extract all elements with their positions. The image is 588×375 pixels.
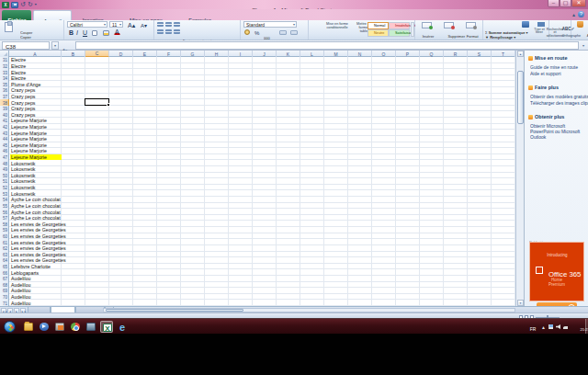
cell-A35[interactable]: Plume d'Ange (11, 82, 40, 87)
row-header-44[interactable]: 44 (0, 136, 9, 142)
cell-A59[interactable]: Les envies de Georgettes (11, 227, 65, 233)
tab-mise-en-page[interactable]: Mise en page (115, 10, 177, 20)
tab-insertion[interactable]: Insertion (72, 10, 114, 20)
vertical-scrollbar[interactable]: ▲ ▼ (515, 51, 524, 306)
cell-style-normal[interactable]: Normal (368, 22, 389, 29)
column-header-D[interactable]: D (109, 51, 133, 57)
align-right-icon[interactable] (174, 29, 180, 34)
row-header-45[interactable]: 45 (0, 142, 9, 149)
align-center-icon[interactable] (165, 29, 172, 34)
cell-A55[interactable]: Ayche Le coin chocolat (11, 203, 61, 209)
cell-A60[interactable]: Les envies de Georgettes (11, 233, 65, 239)
start-button[interactable] (4, 321, 16, 333)
font-color-icon[interactable]: A (114, 28, 120, 35)
column-header-A[interactable]: A (9, 51, 62, 57)
column-header-B[interactable]: B (62, 51, 85, 57)
taskbar-clock[interactable]: 21:27 21.01.2013 (569, 321, 584, 333)
volume-icon[interactable] (556, 324, 560, 329)
minimize-button[interactable]: – (548, 0, 560, 7)
cell-A41[interactable]: Lejeune Marjorie (11, 118, 47, 123)
align-left-icon[interactable] (157, 29, 164, 34)
column-header-E[interactable]: E (133, 51, 157, 57)
task-pane-link[interactable]: Télécharger des images clipart (530, 100, 584, 107)
cell-A71[interactable]: Audelilou (11, 301, 30, 306)
column-header-Q[interactable]: Q (420, 51, 444, 57)
grid-body[interactable]: 31Electre32Electre33Electre34Electre35Pl… (0, 57, 515, 306)
align-bottom-icon[interactable] (174, 22, 180, 27)
cell-A40[interactable]: Crazy peps (11, 112, 35, 118)
cell-A44[interactable]: Lejeune Marjorie (11, 136, 47, 142)
row-header-71[interactable]: 71 (0, 300, 9, 306)
utility-app-taskbar-button[interactable] (53, 321, 66, 333)
maximize-button[interactable]: ▢ (560, 0, 571, 7)
name-box-dropdown-icon[interactable]: ▾ (51, 41, 59, 50)
media-player-taskbar-button[interactable] (38, 321, 51, 333)
font-name-select[interactable]: Calibri▾ (67, 21, 107, 28)
row-header-43[interactable]: 43 (0, 130, 9, 136)
row-header-32[interactable]: 32 (0, 63, 9, 70)
undo-icon[interactable]: ↺ (20, 1, 26, 8)
cell-A39[interactable]: Crazy peps (11, 106, 35, 111)
cell-A66[interactable]: Leblogaparts (11, 270, 39, 276)
column-header-R[interactable]: R (444, 51, 468, 57)
row-header-39[interactable]: 39 (0, 106, 9, 112)
cell-A36[interactable]: Crazy peps (11, 87, 35, 93)
tab-formules[interactable]: Formules (177, 10, 223, 20)
wrap-text-button[interactable]: Renvoyer à la ligne automatiquement (183, 23, 240, 28)
column-header-F[interactable]: F (157, 51, 181, 57)
row-header-64[interactable]: 64 (0, 257, 9, 264)
cell-A38[interactable]: Crazy peps (11, 100, 35, 106)
row-header-40[interactable]: 40 (0, 111, 9, 118)
help-icon[interactable]: ? (578, 11, 584, 17)
row-header-67[interactable]: 67 (0, 276, 9, 282)
name-box[interactable]: C38 (2, 41, 50, 50)
cell-A68[interactable]: Audelilou (11, 282, 30, 288)
row-header-59[interactable]: 59 (0, 227, 9, 233)
column-header-L[interactable]: L (300, 51, 324, 57)
cell-A51[interactable]: Lokosmetik (11, 179, 35, 185)
cell-A54[interactable]: Ayche Le coin chocolat (11, 197, 61, 202)
row-header-49[interactable]: 49 (0, 166, 9, 173)
language-indicator[interactable]: FR (527, 319, 538, 335)
cell-A63[interactable]: Les envies de Georgettes (11, 252, 65, 257)
row-header-57[interactable]: 57 (0, 215, 9, 222)
insert-function-icon[interactable]: fx (62, 41, 74, 50)
row-header-69[interactable]: 69 (0, 288, 9, 294)
action-center-flag-icon[interactable] (548, 324, 553, 329)
row-header-63[interactable]: 63 (0, 252, 9, 258)
chrome-taskbar-button[interactable] (69, 321, 82, 333)
row-header-52[interactable]: 52 (0, 185, 9, 191)
row-header-36[interactable]: 36 (0, 87, 9, 94)
cell-A61[interactable]: Les envies de Georgettes (11, 240, 65, 245)
computer-taskbar-button[interactable] (85, 321, 97, 333)
tab-fichier[interactable]: Fichier (2, 10, 31, 20)
column-header-M[interactable]: M (324, 51, 348, 57)
cell-A31[interactable]: Electre (11, 57, 26, 62)
formula-input[interactable] (75, 41, 579, 50)
column-header-H[interactable]: H (205, 51, 229, 57)
row-header-65[interactable]: 65 (0, 264, 9, 270)
qat-dropdown-icon[interactable]: ▾ (35, 1, 37, 8)
cell-A65[interactable]: Lefebvre Charlotte (11, 264, 51, 269)
column-header-O[interactable]: O (372, 51, 396, 57)
network-icon[interactable] (563, 324, 568, 329)
excel-taskbar-button[interactable]: X (100, 321, 113, 333)
row-header-53[interactable]: 53 (0, 190, 9, 197)
cell-A52[interactable]: Lokosmetik (11, 185, 35, 190)
office365-ad[interactable]: Introducing Office 365 Home Premium Try … (529, 242, 584, 301)
cell-A46[interactable]: Lejeune Marjorie (11, 149, 47, 154)
row-header-54[interactable]: 54 (0, 197, 9, 203)
cell-A58[interactable]: Les envies de Georgettes (11, 222, 65, 227)
column-header-G[interactable]: G (181, 51, 205, 57)
cell-A50[interactable]: Lokosmetik (11, 173, 35, 178)
row-header-66[interactable]: 66 (0, 269, 9, 276)
number-format-select[interactable]: Standard▾ (243, 21, 297, 28)
cell-A34[interactable]: Electre (11, 75, 26, 81)
row-header-51[interactable]: 51 (0, 178, 9, 185)
cell-A43[interactable]: Lejeune Marjorie (11, 131, 47, 136)
cell-A56[interactable]: Ayche Le coin chocolat (11, 210, 61, 215)
column-header-S[interactable]: S (468, 51, 492, 57)
column-header-I[interactable]: I (229, 51, 253, 57)
align-top-icon[interactable] (157, 22, 164, 27)
internet-explorer-taskbar-button[interactable]: e (116, 321, 129, 333)
